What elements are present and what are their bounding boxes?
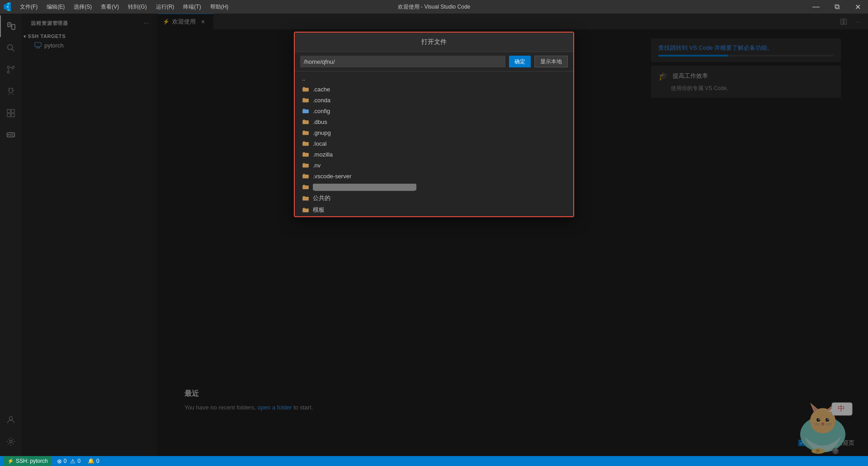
vscode-logo-icon [4, 2, 13, 11]
close-button[interactable]: ✕ [847, 0, 868, 14]
local-button[interactable]: 显示本地 [534, 56, 568, 67]
folder-svg-icon [302, 173, 309, 179]
menu-edit[interactable]: 编辑(E) [42, 1, 69, 13]
titlebar-left: 文件(F) 编辑(E) 选择(S) 查看(V) 转到(G) 运行(R) 终端(T… [4, 1, 233, 13]
folder-svg-icon [302, 119, 309, 124]
file-list-item[interactable]: .mozilla [295, 149, 573, 160]
minimize-button[interactable]: — [806, 0, 826, 14]
folder-svg-icon [302, 97, 309, 103]
filename: .dbus [313, 119, 327, 125]
file-list-item[interactable]: .dbus [295, 116, 573, 127]
file-list: .. .cache .conda [295, 71, 573, 216]
file-path-input[interactable] [300, 56, 505, 67]
folder-svg-icon [302, 207, 309, 213]
ssh-remote-icon: ⚡ [7, 458, 14, 464]
file-open-dialog: 打开文件 确定 显示本地 .. .cache [294, 32, 574, 217]
info-status[interactable]: 🔔 0 [86, 456, 101, 466]
filename: .cache [313, 86, 330, 93]
error-count: 0 [64, 458, 67, 464]
file-list-item[interactable]: ████████████████████████ [295, 181, 573, 192]
menu-help[interactable]: 帮助(H) [206, 1, 233, 13]
ssh-status[interactable]: ⚡ SSH: pytorch [4, 456, 52, 466]
menu-goto[interactable]: 转到(G) [123, 1, 151, 13]
titlebar-menu: 文件(F) 编辑(E) 选择(S) 查看(V) 转到(G) 运行(R) 终端(T… [15, 1, 233, 13]
folder-icon [302, 172, 309, 180]
dialog-title: 打开文件 [295, 33, 573, 52]
filename: .local [313, 140, 326, 147]
filename: 公共的 [313, 194, 330, 202]
file-list-item[interactable]: .cache [295, 84, 573, 95]
menu-select[interactable]: 选择(S) [69, 1, 96, 13]
menu-view[interactable]: 查看(V) [96, 1, 123, 13]
file-list-item[interactable]: .config [295, 105, 573, 116]
file-list-item[interactable]: 模板 [295, 204, 573, 216]
folder-svg-icon [302, 162, 309, 168]
confirm-button[interactable]: 确定 [509, 56, 531, 67]
filename: .gnupg [313, 129, 331, 136]
restore-button[interactable]: ⧉ [826, 0, 847, 14]
ssh-label: SSH: pytorch [16, 458, 48, 464]
folder-svg-icon [302, 86, 309, 92]
info-count: 0 [96, 458, 99, 464]
folder-icon [302, 107, 309, 114]
modal-overlay: 打开文件 确定 显示本地 .. .cache [0, 14, 868, 456]
titlebar-title: 欢迎使用 - Visual Studio Code [398, 3, 471, 11]
folder-icon [302, 195, 309, 202]
titlebar: 文件(F) 编辑(E) 选择(S) 查看(V) 转到(G) 运行(R) 终端(T… [0, 0, 868, 14]
status-bar: ⚡ SSH: pytorch ⊗ 0 ⚠ 0 🔔 0 [0, 456, 868, 466]
filename: .config [313, 108, 330, 114]
folder-icon [302, 206, 309, 214]
folder-icon [302, 151, 309, 158]
file-list-item[interactable]: .vscode-server [295, 171, 573, 181]
file-list-item[interactable]: .nv [295, 160, 573, 171]
menu-run[interactable]: 运行(R) [151, 1, 179, 13]
titlebar-controls: — ⧉ ✕ [806, 0, 868, 14]
error-icon: ⊗ [57, 458, 62, 465]
warning-icon: ⚠ [70, 458, 75, 465]
menu-file[interactable]: 文件(F) [15, 1, 42, 13]
filename: .mozilla [313, 151, 333, 158]
folder-icon [302, 118, 309, 125]
file-list-item[interactable]: 视频 [295, 216, 573, 216]
warning-count: 0 [77, 458, 80, 464]
masked-filename: ████████████████████████ [313, 184, 416, 190]
file-list-item[interactable]: .conda [295, 95, 573, 105]
folder-icon [302, 140, 309, 147]
filename: .nv [313, 162, 321, 169]
parent-dir-item[interactable]: .. [295, 73, 573, 84]
folder-svg-icon [302, 152, 309, 157]
folder-svg-icon [302, 184, 309, 190]
folder-icon [302, 129, 309, 136]
folder-icon [302, 86, 309, 93]
folder-svg-icon [302, 195, 309, 201]
file-list-item[interactable]: .local [295, 138, 573, 149]
folder-icon [302, 183, 309, 190]
folder-icon [302, 162, 309, 169]
filename: .vscode-server [313, 173, 351, 180]
filename: .conda [313, 97, 330, 104]
errors-status[interactable]: ⊗ 0 ⚠ 0 [55, 456, 82, 466]
menu-terminal[interactable]: 终端(T) [179, 1, 205, 13]
folder-icon [302, 96, 309, 104]
folder-svg-icon [302, 141, 309, 146]
file-list-item[interactable]: 公共的 [295, 192, 573, 204]
file-list-item[interactable]: .gnupg [295, 127, 573, 138]
folder-svg-icon [302, 130, 309, 135]
dialog-header: 确定 显示本地 [295, 52, 573, 71]
filename: 模板 [313, 206, 325, 214]
bell-icon: 🔔 [88, 458, 94, 464]
folder-svg-icon [302, 108, 309, 114]
